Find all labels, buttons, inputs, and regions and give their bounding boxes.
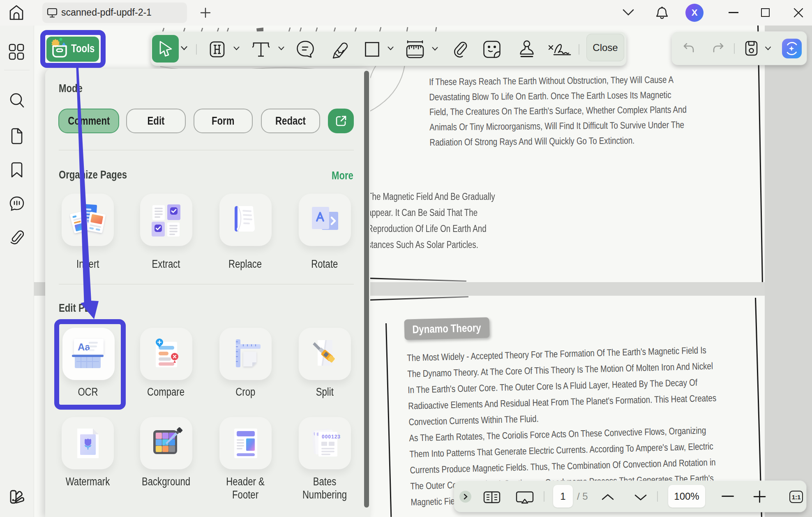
svg-text:000123: 000123 (322, 434, 341, 440)
